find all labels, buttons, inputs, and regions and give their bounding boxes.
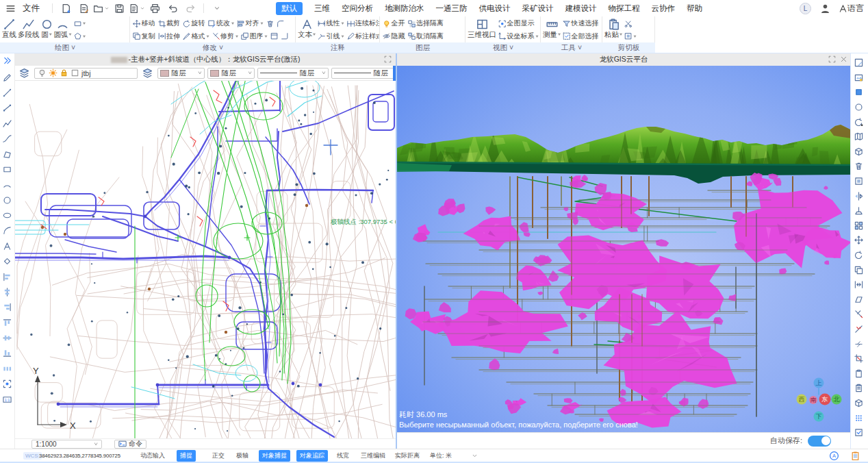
right-tool-cube-6[interactable] [854,146,865,157]
left-tool-alleft[interactable] [2,271,13,282]
ribbon-button-快速选择[interactable]: 快速选择 [561,17,600,29]
scale-combo[interactable]: 1:1000˅ [31,440,102,449]
panel-expand-button[interactable] [2,55,13,66]
right-tool-mapic-5[interactable] [854,132,865,142]
status-toggle-极轴[interactable]: 极轴 [236,451,248,460]
right-tool-refresh-4[interactable] [854,116,865,127]
tab-默认[interactable]: 默认 [276,2,303,15]
ribbon-button-复制[interactable]: 复制 [131,30,157,42]
left-tool-almid[interactable] [2,333,13,344]
left-tool-dist[interactable] [2,363,13,374]
ribbon-button-对齐[interactable]: 对齐▾ [235,17,265,29]
status-toggle-捕捉[interactable]: 捕捉 [177,450,196,462]
tab-一通三防[interactable]: 一通三防 [436,3,468,14]
layer-color-combo[interactable]: 随层˅ [157,68,205,79]
right-tool-redcut-18[interactable] [854,323,865,334]
linetype-combo[interactable]: 随层˅ [257,68,329,79]
quickbar-disk-button[interactable] [112,2,127,14]
status-toggle-对象追踪[interactable]: 对象追踪 [296,450,328,462]
status-toggle-动态输入[interactable]: 动态输入 [140,451,165,460]
quickbar-more-button[interactable] [209,2,225,14]
canvas-3d[interactable]: 上西南东北下耗时 36.00 msВыберите несырьманный о… [397,66,850,432]
status-toggle-正交[interactable]: 正交 [212,451,225,460]
quickbar-docv-button[interactable] [129,2,144,14]
ribbon-button-取消隔离[interactable]: 取消隔离 [407,30,446,42]
quickbar-redo-button[interactable] [183,2,198,14]
ribbon-button-统改[interactable]: 统改▾ [207,17,236,29]
left-tool-shape[interactable] [2,149,13,160]
ribbon-button-rect[interactable]: ▾ [73,17,88,29]
ribbon-button-修剪[interactable]: 修剪▾ [211,30,240,42]
left-tool-polyline[interactable] [2,118,13,129]
ribbon-button-三维视口[interactable]: 三维视口 [468,17,496,42]
left-tool-altop[interactable] [2,317,13,328]
ribbon-button-隐藏[interactable]: 隐藏 [381,30,407,42]
clipboard-button[interactable] [847,449,863,462]
ribbon-button-文本[interactable]: 文本▾ [298,17,316,42]
layer-color-combo2[interactable]: 随层˅ [207,68,255,79]
canvas-2d[interactable]: YX极轴线点 :307.9735 < 0°0'0" [15,81,396,438]
right-tool-clipsm2-22[interactable] [854,383,865,394]
right-tool-pastespec-8[interactable] [854,176,865,187]
quickbar-sheet-button[interactable] [76,2,91,14]
left-tool-penline[interactable] [2,72,13,83]
ribbon-button-圆[interactable]: 圆▾ [41,17,53,42]
left-tool-line[interactable] [2,88,13,99]
right-tool-rotate-13[interactable] [854,250,865,261]
status-toggle-单位: 米[interactable]: 单位: 米 [430,451,452,460]
right-tool-keyline-19[interactable] [854,338,865,349]
tab-三维[interactable]: 三维 [314,3,330,14]
left-tool-fit[interactable] [2,379,13,390]
ribbon-button-拉伸[interactable]: 拉伸 [157,30,182,42]
ribbon-button-测量[interactable]: 测量▾ [543,17,561,42]
right-tool-copy-14[interactable] [854,264,865,275]
ribbon-button-boxic[interactable] [269,30,280,42]
layers-globe-button[interactable] [17,67,31,79]
ribbon-button-标注样式[interactable]: 标注样式 [346,30,380,42]
file-menu[interactable]: 文件 [23,3,40,14]
autosave-toggle[interactable] [808,436,831,447]
unit-chevron[interactable] [471,452,478,460]
tab-物探工程[interactable]: 物探工程 [609,3,640,14]
status-toggle-实际距离[interactable]: 实际距离 [395,451,420,460]
left-tool-diamond[interactable] [2,256,13,267]
right-tool-stretch-15[interactable] [854,279,865,290]
right-tool-move-12[interactable] [854,235,865,246]
panel-3d-close-button[interactable] [840,55,847,63]
left-tool-linenodes[interactable] [2,103,13,114]
left-tool-circle[interactable] [2,195,13,205]
left-tool-scurve[interactable] [2,134,13,145]
right-tool-checkdoc-25[interactable] [854,427,865,438]
user-icon[interactable] [817,2,832,14]
language-button[interactable]: 语言 [839,3,864,14]
status-toggle-对象捕捉[interactable]: 对象捕捉 [259,450,290,462]
tab-地测防治水[interactable]: 地测防治水 [385,3,424,14]
assistant-button[interactable]: A [826,449,841,462]
quickbar-folder-button[interactable] [94,2,109,14]
ribbon-button-fillet[interactable] [275,17,286,29]
right-tool-dotsic-24[interactable] [854,412,865,423]
tab-建模设计[interactable]: 建模设计 [565,3,597,14]
ribbon-button-全开[interactable]: 全开 [381,17,407,29]
left-tool-arc[interactable] [2,179,13,190]
ribbon-button-直线[interactable]: 直线 [2,17,16,42]
right-tool-pyramid-10[interactable] [854,205,865,216]
tab-帮助[interactable]: 帮助 [687,3,702,14]
right-tool-trash-7[interactable] [854,161,865,172]
ribbon-button-设坐标系[interactable]: 设坐标系▾ [497,30,540,42]
ribbon-button-图序[interactable]: 图序▾ [240,30,269,42]
right-tool-screw-16[interactable] [854,294,865,305]
left-tool-one2one[interactable]: 1:1 [2,394,13,405]
ribbon-button-trash[interactable] [265,17,276,29]
right-tool-trim-17[interactable] [854,309,865,320]
status-toggle-三维编辑[interactable]: 三维编辑 [361,451,385,460]
quickbar-undo-button[interactable] [165,2,180,14]
ribbon-button-移动[interactable]: 移动 [131,17,157,29]
ribbon-button-旋转[interactable]: 旋转 [181,17,207,29]
ribbon-button-连续标注[interactable]: 连续标注 [346,17,380,29]
right-tool-mirror-9[interactable] [854,190,865,201]
tab-供电设计[interactable]: 供电设计 [479,3,511,14]
left-tool-arcr[interactable] [2,225,13,236]
panel-3d-fullscreen-button[interactable] [828,55,836,63]
panel-2d-fullscreen-button[interactable] [384,55,392,63]
